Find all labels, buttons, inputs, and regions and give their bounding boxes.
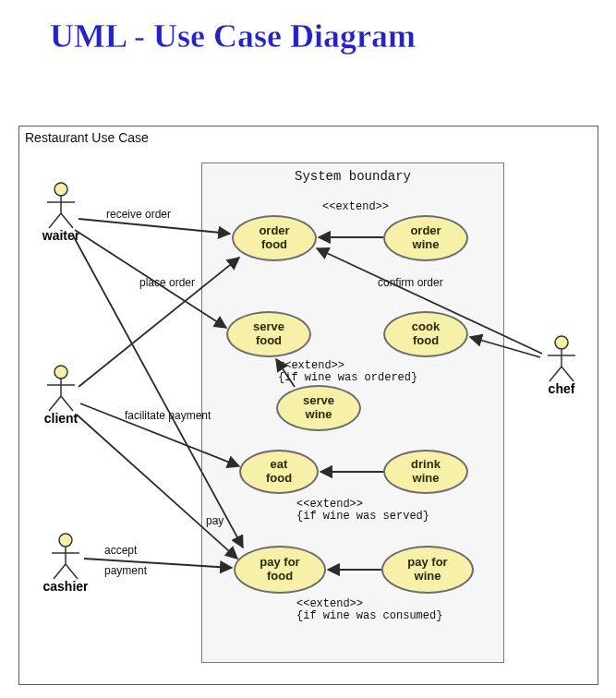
actor-label: waiter [40,228,82,243]
usecase-serve-wine: serve wine [276,385,361,431]
label-confirm-order: confirm order [378,276,443,289]
label-extend-2b: {if wine was ordered} [278,371,417,384]
svg-point-0 [54,183,67,196]
actor-icon [540,335,583,383]
diagram-frame: Restaurant Use Case System boundary wait… [18,126,598,685]
label-accept-payment-1: accept [104,544,137,557]
label-extend-3a: <<extend>> [296,498,363,511]
usecase-drink-wine: drink wine [383,450,468,494]
label-extend-2a: <<extend>> [278,359,344,372]
system-boundary-label: System boundary [202,169,503,184]
label-extend-1: <<extend>> [322,200,389,213]
actor-client: client [40,365,82,426]
label-accept-payment-2: payment [104,564,147,577]
actor-label: cashier [40,579,91,594]
actor-icon [44,533,87,581]
actor-label: client [40,411,82,426]
page-title: UML - Use Case Diagram [50,17,416,55]
label-place-order: place order [139,276,195,289]
actor-waiter: waiter [40,182,82,243]
actor-chef: chef [540,335,583,396]
svg-point-10 [59,534,72,547]
actor-icon [40,365,82,413]
usecase-eat-food: eat food [239,450,319,494]
usecase-cook-food: cook food [383,311,468,357]
svg-line-4 [61,213,73,228]
svg-line-3 [49,213,61,228]
usecase-pay-for-food: pay for food [234,546,326,594]
svg-line-9 [61,396,73,411]
label-extend-4b: {if wine was consumed} [296,609,442,622]
label-facilitate-payment: facilitate payment [125,409,211,422]
label-extend-4a: <<extend>> [296,597,363,610]
usecase-pay-for-wine: pay for wine [381,546,474,594]
frame-label: Restaurant Use Case [25,130,149,145]
usecase-order-food: order food [232,215,317,261]
actor-icon [40,182,82,230]
label-pay: pay [206,514,223,527]
svg-line-13 [54,564,66,579]
label-extend-3b: {if wine was served} [296,510,429,523]
label-receive-order: receive order [106,208,171,221]
svg-line-8 [49,396,61,411]
actor-cashier: cashier [40,533,91,594]
usecase-serve-food: serve food [226,311,311,357]
svg-line-19 [562,367,574,381]
svg-line-18 [550,367,562,381]
svg-point-15 [555,336,568,349]
svg-line-14 [66,564,78,579]
actor-label: chef [540,381,583,396]
svg-point-5 [54,366,67,379]
usecase-order-wine: order wine [383,215,468,261]
